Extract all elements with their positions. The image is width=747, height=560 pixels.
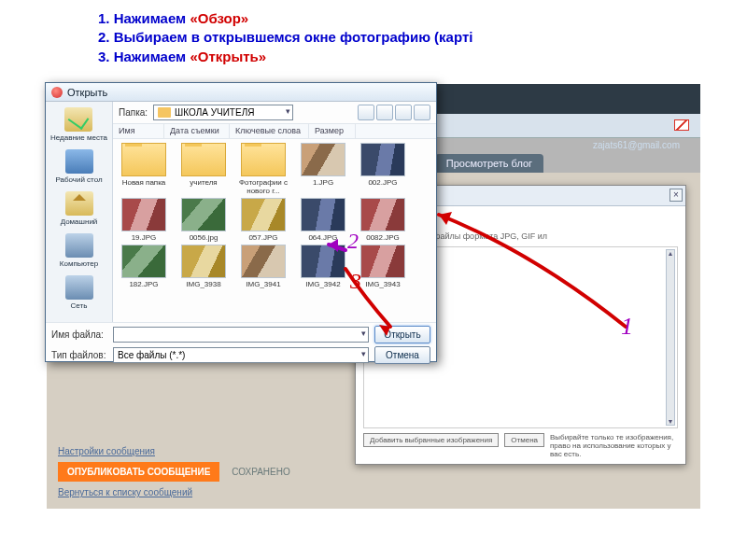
saved-label: СОХРАНЕНО: [222, 462, 300, 482]
filename-input[interactable]: [113, 327, 369, 343]
new-folder-icon[interactable]: [395, 105, 412, 120]
dialog-bottom: Имя файла: Открыть Тип файлов: Все файлы…: [46, 322, 436, 363]
nav-back-icon[interactable]: [358, 105, 374, 120]
opera-icon: [51, 87, 63, 98]
places-sidebar: Недавние места Рабочий стол Домашний Ком…: [46, 102, 113, 322]
place-network[interactable]: Сеть: [65, 275, 93, 310]
file-item[interactable]: 064.JPG: [298, 198, 348, 242]
publish-button[interactable]: ОПУБЛИКОВАТЬ СООБЩЕНИЕ: [58, 462, 219, 482]
nav-up-icon[interactable]: [376, 105, 393, 120]
file-grid: Новая папка учителя Фотографии с нового …: [113, 139, 436, 322]
open-button[interactable]: Открыть: [374, 326, 430, 343]
folder-icon: [158, 107, 171, 118]
path-bar: Папка: ШКОЛА УЧИТЕЛЯ: [113, 102, 436, 124]
place-desktop[interactable]: Рабочий стол: [55, 149, 102, 184]
gmail-icon: [674, 119, 689, 131]
view-menu-icon[interactable]: [414, 105, 430, 120]
user-email: zajats61@gmail.com: [593, 140, 680, 150]
upload-cancel-button[interactable]: Отмена: [504, 433, 544, 447]
back-link[interactable]: Вернуться к списку сообщений: [58, 487, 300, 497]
page-bottom: Настройки сообщения ОПУБЛИКОВАТЬ СООБЩЕН…: [58, 446, 300, 497]
file-item[interactable]: IMG_3938: [178, 245, 229, 288]
file-item[interactable]: IMG_3941: [238, 245, 289, 288]
dialog-title: Открыть: [67, 87, 107, 98]
post-settings-link[interactable]: Настройки сообщения: [58, 446, 300, 456]
close-icon[interactable]: ×: [669, 189, 683, 202]
add-selected-button[interactable]: Добавить выбранные изображения: [363, 433, 499, 447]
file-item[interactable]: 0082.JPG: [358, 198, 408, 242]
file-item[interactable]: 0056.jpg: [178, 198, 229, 242]
file-item[interactable]: 1.JPG: [298, 143, 348, 195]
folder-select[interactable]: ШКОЛА УЧИТЕЛЯ: [153, 105, 293, 120]
file-item[interactable]: IMG_3942: [298, 245, 348, 288]
file-item[interactable]: Новая папка: [119, 143, 169, 195]
place-computer[interactable]: Компьютер: [60, 233, 98, 268]
filetype-select[interactable]: Все файлы (*.*): [113, 347, 369, 363]
tab-view-blog[interactable]: Просмотреть блог: [435, 154, 543, 173]
dialog-titlebar: Открыть: [46, 83, 436, 102]
instruction-list: 1. Нажимаем «Обзор» 2. Выбираем в открыв…: [98, 9, 472, 66]
file-item[interactable]: учителя: [178, 143, 229, 195]
file-item[interactable]: 182.JPG: [119, 245, 169, 288]
file-item[interactable]: 19.JPG: [119, 198, 169, 242]
scrollbar[interactable]: [666, 249, 675, 426]
file-item[interactable]: 002.JPG: [358, 143, 408, 195]
file-item[interactable]: IMG_3943: [358, 245, 408, 288]
place-recent[interactable]: Недавние места: [50, 107, 107, 142]
file-item[interactable]: Фотографии с нового г...: [238, 143, 289, 195]
cancel-button[interactable]: Отмена: [374, 346, 430, 364]
file-open-dialog: Открыть Недавние места Рабочий стол Дома…: [45, 82, 437, 362]
screenshot-stage: zajats61@gmail.com Статистика Просмотрет…: [47, 84, 700, 509]
upload-note: Выбирайте только те изображения, право н…: [550, 433, 678, 458]
column-headers: Имя Дата съемки Ключевые слова Размер: [113, 124, 436, 139]
place-home[interactable]: Домашний: [61, 191, 98, 226]
file-item[interactable]: 057.JPG: [238, 198, 289, 242]
